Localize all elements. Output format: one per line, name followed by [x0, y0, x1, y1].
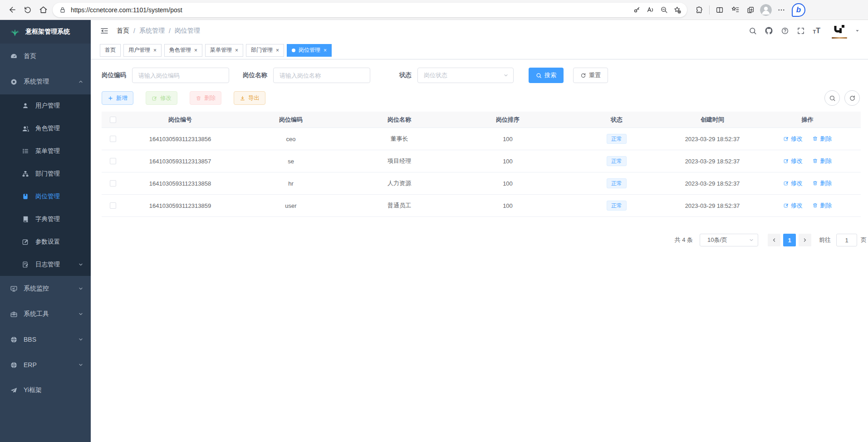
url-text[interactable]: https://ccnetcore.com:1101/system/post [71, 6, 630, 14]
row-edit-label: 修改 [791, 179, 803, 187]
zoom-out-icon[interactable] [657, 3, 671, 17]
row-edit-link[interactable]: 修改 [783, 201, 803, 210]
tab-close-icon[interactable]: × [324, 47, 327, 54]
tab-label: 菜单管理 [210, 46, 232, 54]
sidebar-item-system-monitor[interactable]: 系统监控 [0, 276, 91, 301]
row-checkbox[interactable] [110, 202, 116, 209]
row-delete-link[interactable]: 删除 [812, 135, 832, 143]
address-bar[interactable]: https://ccnetcore.com:1101/system/post [53, 3, 687, 17]
sidebar-item-erp[interactable]: ERP [0, 352, 91, 378]
copilot-bing-icon[interactable]: b [792, 3, 805, 17]
app-title: 意框架管理系统 [25, 28, 70, 36]
sidebar-item-dict-mgmt[interactable]: 字典管理 [0, 208, 91, 231]
cell-post-sort: 100 [453, 180, 563, 187]
sidebar-item-log-mgmt[interactable]: 日志管理 [0, 253, 91, 276]
navbar-actions: TT [749, 23, 860, 39]
sidebar-item-role-mgmt[interactable]: 角色管理 [0, 117, 91, 140]
tab-home[interactable]: 首页 [100, 44, 121, 57]
chevron-down-icon [749, 237, 754, 243]
tab-dept-mgmt[interactable]: 部门管理 × [246, 44, 284, 57]
export-button[interactable]: 导出 [234, 91, 265, 105]
row-edit-link[interactable]: 修改 [783, 157, 803, 165]
row-checkbox[interactable] [110, 158, 116, 164]
tab-close-icon[interactable]: × [235, 47, 238, 54]
sidebar-item-bbs[interactable]: BBS [0, 327, 91, 352]
page-number-button[interactable]: 1 [783, 234, 796, 246]
row-checkbox[interactable] [110, 180, 116, 187]
browser-refresh-icon[interactable] [20, 2, 35, 18]
header-search-icon[interactable] [749, 27, 757, 35]
sidebar-item-yi-framework[interactable]: Yi框架 [0, 378, 91, 403]
prev-page-button[interactable] [768, 234, 780, 246]
row-delete-link[interactable]: 删除 [812, 201, 832, 210]
next-page-button[interactable] [799, 234, 811, 246]
breadcrumb-home[interactable]: 首页 [117, 27, 129, 35]
tab-close-icon[interactable]: × [194, 47, 197, 54]
tab-user-mgmt[interactable]: 用户管理 × [123, 44, 162, 57]
select-all-checkbox[interactable] [110, 117, 116, 123]
browser-home-icon[interactable] [35, 2, 51, 18]
collections-icon[interactable] [743, 2, 758, 18]
tab-label: 首页 [105, 46, 116, 54]
breadcrumb-separator: / [169, 27, 171, 34]
tab-active-dot [292, 49, 295, 52]
tab-close-icon[interactable]: × [276, 47, 279, 54]
split-screen-icon[interactable] [712, 2, 727, 18]
post-name-input[interactable] [273, 68, 370, 83]
search-button[interactable]: 搜索 [529, 68, 564, 83]
sidebar-item-home[interactable]: 首页 [0, 44, 91, 69]
help-icon[interactable] [781, 27, 789, 35]
fullscreen-icon[interactable] [797, 27, 805, 35]
refresh-table-button[interactable] [844, 90, 860, 106]
breadcrumb-page: 岗位管理 [175, 27, 200, 35]
browser-settings-menu-icon[interactable] [774, 2, 789, 18]
sidebar-item-user-mgmt[interactable]: 用户管理 [0, 94, 91, 117]
tab-close-icon[interactable]: × [153, 47, 157, 54]
show-search-toggle-button[interactable] [824, 90, 840, 106]
export-button-label: 导出 [248, 94, 260, 102]
sidebar-item-param-settings[interactable]: 参数设置 [0, 231, 91, 253]
page-size-select[interactable]: 10条/页 [700, 234, 758, 246]
font-size-icon[interactable]: TT [813, 27, 820, 34]
tab-post-mgmt[interactable]: 岗位管理 × [287, 44, 332, 57]
tab-role-mgmt[interactable]: 角色管理 × [164, 44, 202, 57]
extensions-icon[interactable] [691, 2, 707, 18]
cell-post-sort: 100 [453, 202, 563, 209]
delete-button[interactable]: 删除 [190, 91, 221, 105]
post-table: 岗位编号 岗位编码 岗位名称 岗位排序 状态 创建时间 操作 164103059… [102, 112, 861, 217]
row-edit-link[interactable]: 修改 [783, 135, 803, 143]
edit-button[interactable]: 修改 [146, 91, 177, 105]
sidebar-item-system-mgmt[interactable]: 系统管理 [0, 69, 91, 94]
reset-button[interactable]: 重置 [573, 68, 608, 83]
row-checkbox[interactable] [110, 136, 116, 142]
cell-post-id: 1641030593112313859 [124, 202, 236, 209]
goto-page-input[interactable] [836, 234, 857, 246]
sidebar-item-post-mgmt[interactable]: 岗位管理 [0, 185, 91, 208]
status-select[interactable]: 岗位状态 [417, 68, 514, 83]
tab-menu-mgmt[interactable]: 菜单管理 × [205, 44, 243, 57]
sidebar-item-menu-mgmt[interactable]: 菜单管理 [0, 140, 91, 162]
cell-post-code: user [236, 202, 346, 209]
browser-back-icon[interactable] [5, 2, 20, 18]
read-aloud-icon[interactable] [643, 3, 657, 17]
user-avatar[interactable] [832, 23, 847, 39]
browser-profile-avatar[interactable] [758, 2, 774, 18]
row-edit-link[interactable]: 修改 [783, 179, 803, 187]
favorites-bar-icon[interactable] [727, 2, 743, 18]
sidebar-item-dept-mgmt[interactable]: 部门管理 [0, 162, 91, 185]
sidebar-item-label: 部门管理 [35, 170, 60, 178]
row-delete-link[interactable]: 删除 [812, 157, 832, 165]
github-icon[interactable] [765, 26, 773, 35]
sidebar-item-label: Yi框架 [24, 386, 42, 394]
password-key-icon[interactable] [630, 3, 643, 17]
table-toolbar: 新增 修改 删除 导出 [102, 90, 861, 106]
row-delete-link[interactable]: 删除 [812, 179, 832, 187]
sidebar-collapse-icon[interactable] [100, 26, 109, 35]
dictionary-book-icon [21, 215, 29, 223]
sidebar-item-system-tools[interactable]: 系统工具 [0, 301, 91, 327]
avatar-dropdown-caret-icon[interactable] [855, 28, 860, 33]
favorite-star-icon[interactable] [671, 3, 684, 17]
add-button[interactable]: 新增 [102, 91, 133, 105]
cell-post-sort: 100 [453, 158, 563, 165]
post-code-input[interactable] [132, 68, 229, 83]
